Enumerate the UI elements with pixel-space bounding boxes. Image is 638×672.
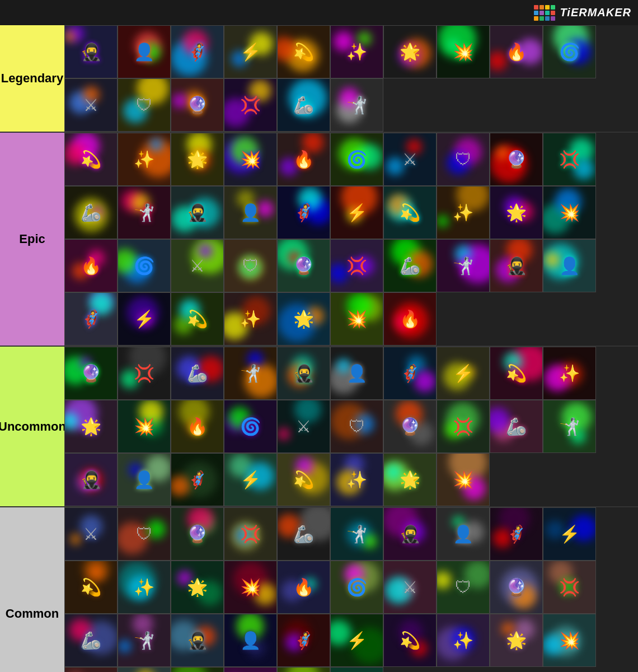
card-item[interactable]: 💢 xyxy=(543,133,596,186)
card-item[interactable]: 💢 xyxy=(118,347,171,400)
card-item[interactable]: 🔥 xyxy=(64,239,118,292)
card-item[interactable]: 🛡 xyxy=(118,78,171,132)
card-item[interactable]: 💫 xyxy=(277,453,330,506)
card-item[interactable]: 💢 xyxy=(330,667,383,672)
card-item[interactable]: 🛡 xyxy=(224,239,277,292)
card-item[interactable]: 💢 xyxy=(330,239,383,292)
card-item[interactable]: ⚡ xyxy=(330,186,383,239)
card-item[interactable]: 🔮 xyxy=(171,507,224,561)
card-item[interactable]: 🔥 xyxy=(277,133,330,186)
card-item[interactable]: 🦾 xyxy=(64,614,118,667)
card-item[interactable]: 🤺 xyxy=(118,186,171,239)
card-item[interactable]: 💫 xyxy=(277,25,330,78)
card-item[interactable]: 🦾 xyxy=(490,400,543,453)
card-item[interactable]: 👤 xyxy=(437,507,490,561)
card-item[interactable]: ⚔ xyxy=(64,78,118,132)
card-item[interactable]: 🦾 xyxy=(64,186,118,239)
card-item[interactable]: 🌟 xyxy=(171,133,224,186)
card-item[interactable]: 💥 xyxy=(543,614,596,667)
card-item[interactable]: 💥 xyxy=(118,400,171,453)
card-item[interactable]: ⚔ xyxy=(383,561,437,614)
card-item[interactable]: 👤 xyxy=(543,239,596,292)
card-item[interactable]: 🤺 xyxy=(330,78,383,132)
card-item[interactable]: 🌀 xyxy=(330,561,383,614)
card-item[interactable]: 🔮 xyxy=(64,347,118,400)
card-item[interactable]: 💥 xyxy=(437,453,490,506)
card-item[interactable]: 🥷 xyxy=(64,453,118,506)
card-item[interactable]: 🌟 xyxy=(171,561,224,614)
card-item[interactable]: 🤺 xyxy=(543,400,596,453)
card-item[interactable]: ✨ xyxy=(330,25,383,78)
card-item[interactable]: 💢 xyxy=(543,561,596,614)
card-item[interactable]: 💥 xyxy=(543,186,596,239)
card-item[interactable]: 🔥 xyxy=(383,292,437,346)
card-item[interactable]: ✨ xyxy=(330,453,383,506)
card-item[interactable]: 🔮 xyxy=(277,239,330,292)
card-item[interactable]: 🤺 xyxy=(437,239,490,292)
card-item[interactable]: ✨ xyxy=(437,186,490,239)
card-item[interactable]: 💥 xyxy=(224,133,277,186)
card-item[interactable]: ⚡ xyxy=(330,614,383,667)
card-item[interactable]: 💢 xyxy=(437,400,490,453)
card-item[interactable]: 💫 xyxy=(64,133,118,186)
card-item[interactable]: 👤 xyxy=(224,186,277,239)
card-item[interactable]: 🤺 xyxy=(118,614,171,667)
card-item[interactable]: 💫 xyxy=(490,347,543,400)
card-item[interactable]: ⚔ xyxy=(171,667,224,672)
card-item[interactable]: ⚡ xyxy=(437,347,490,400)
card-item[interactable]: 🌀 xyxy=(543,25,596,78)
card-item[interactable]: 🌟 xyxy=(277,292,330,346)
card-item[interactable]: 🌟 xyxy=(490,614,543,667)
card-item[interactable]: 🌀 xyxy=(118,239,171,292)
card-item[interactable]: 🌀 xyxy=(224,400,277,453)
card-item[interactable]: 💢 xyxy=(224,507,277,561)
card-item[interactable]: 🔥 xyxy=(64,667,118,672)
card-item[interactable]: 🦸 xyxy=(64,292,118,346)
card-item[interactable]: 🌟 xyxy=(383,25,437,78)
card-item[interactable]: 🦸 xyxy=(171,453,224,506)
card-item[interactable]: 💫 xyxy=(64,561,118,614)
card-item[interactable]: 🌟 xyxy=(383,453,437,506)
card-item[interactable]: 💫 xyxy=(383,186,437,239)
card-item[interactable]: 🥷 xyxy=(171,186,224,239)
card-item[interactable]: 🔮 xyxy=(490,561,543,614)
card-item[interactable]: 🔮 xyxy=(490,133,543,186)
card-item[interactable]: ✨ xyxy=(543,347,596,400)
card-item[interactable]: 🔮 xyxy=(383,400,437,453)
card-item[interactable]: 🛡 xyxy=(437,561,490,614)
card-item[interactable]: 👤 xyxy=(330,347,383,400)
card-item[interactable]: 🥷 xyxy=(64,25,118,78)
card-item[interactable]: ⚡ xyxy=(118,292,171,346)
card-item[interactable]: 🛡 xyxy=(330,400,383,453)
card-item[interactable]: 👤 xyxy=(118,453,171,506)
card-item[interactable]: 👤 xyxy=(118,25,171,78)
card-item[interactable]: ⚔ xyxy=(171,239,224,292)
card-item[interactable]: 🌀 xyxy=(330,133,383,186)
card-item[interactable]: ✨ xyxy=(118,561,171,614)
card-item[interactable]: 🥷 xyxy=(171,614,224,667)
card-item[interactable]: 👤 xyxy=(224,614,277,667)
card-item[interactable]: 🔮 xyxy=(277,667,330,672)
card-item[interactable]: 💫 xyxy=(383,614,437,667)
card-item[interactable]: ⚡ xyxy=(224,453,277,506)
card-item[interactable]: 💢 xyxy=(224,78,277,132)
card-item[interactable]: 🦸 xyxy=(277,614,330,667)
card-item[interactable]: 🔮 xyxy=(171,78,224,132)
card-item[interactable]: 🦾 xyxy=(171,347,224,400)
card-item[interactable]: 🌟 xyxy=(490,186,543,239)
card-item[interactable]: 🌀 xyxy=(118,667,171,672)
card-item[interactable]: 🦾 xyxy=(277,78,330,132)
card-item[interactable]: 🛡 xyxy=(437,133,490,186)
card-item[interactable]: 🤺 xyxy=(330,507,383,561)
card-item[interactable]: 🦸 xyxy=(171,25,224,78)
card-item[interactable]: ⚔ xyxy=(383,133,437,186)
card-item[interactable]: ✨ xyxy=(224,292,277,346)
card-item[interactable]: 🥷 xyxy=(490,239,543,292)
card-item[interactable]: 🔥 xyxy=(277,561,330,614)
card-item[interactable]: 🥷 xyxy=(277,347,330,400)
card-item[interactable]: ✨ xyxy=(437,614,490,667)
card-item[interactable]: 💥 xyxy=(437,25,490,78)
card-item[interactable]: ⚔ xyxy=(277,400,330,453)
card-item[interactable]: 🦾 xyxy=(277,507,330,561)
card-item[interactable]: 🌟 xyxy=(64,400,118,453)
